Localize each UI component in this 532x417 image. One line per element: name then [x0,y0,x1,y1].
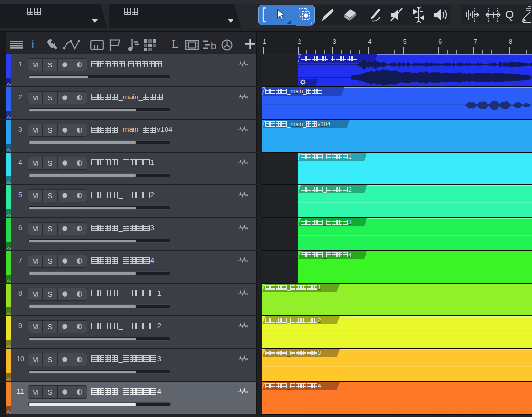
svg-text:b: b [211,40,216,51]
